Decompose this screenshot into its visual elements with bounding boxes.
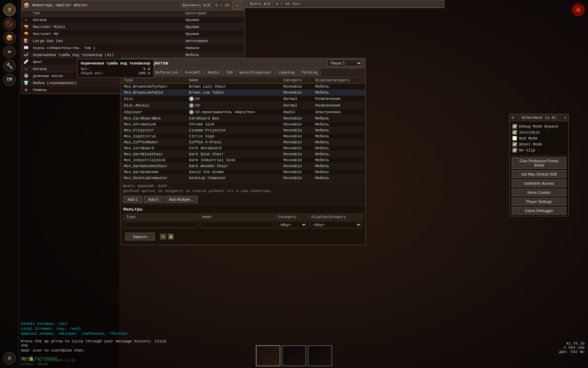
etherhack-settings-icon[interactable]: ⚙ [512,115,514,120]
etherhack-buttons: Give Profession Points (beta)Set Max Def… [510,156,568,216]
inventory-row[interactable]: ⛽ Large Gas Can Автосервис [21,38,245,45]
close-button[interactable]: Закрыть [125,233,155,240]
checkbox-no_clip[interactable]: No Clip [512,147,566,153]
filter-col-display: DisplayCategory [308,214,363,220]
etherhack-btn-game_debugger[interactable]: Game Debugger [512,207,566,214]
patch-line1: Patched by EtherHack (1.0) [21,359,76,362]
items-table-row[interactable]: Mov_CardboardBox Cardboard Box Moveable … [121,116,365,122]
col-type-header[interactable]: Type [121,77,186,84]
add1-btn[interactable]: Add 1 [123,196,142,203]
tooltip-weight-value: 5.0 [143,67,150,71]
filter-display-select[interactable]: <Any> [310,221,362,228]
inventory-row[interactable]: ⚔ Катана Оружие [21,16,245,23]
sidebar-icon-0[interactable]: 🗡 [3,4,16,16]
top-right-icon[interactable]: ⊕ [572,4,584,16]
items-table-row[interactable]: Mov_ChromeSink Chrome Sink Moveable Мебе… [121,122,365,128]
sidebar-icon-3[interactable]: ❤ [3,46,16,58]
items-table-row[interactable]: Mov_CoffeeMaker Coffee X-Press Moveable … [121,139,365,145]
tab-farming[interactable]: farming [298,69,321,76]
etherhack-header: ⚙ EtherHack (1.0) ✕ [510,114,568,121]
col-category-header[interactable]: Category [281,77,313,84]
chat-global-streams: Global Streams: /all [21,322,168,326]
items-table-row[interactable]: Mov_SignCitrus Citrus Sign Moveable Мебе… [121,134,365,139]
inventory-count: 0 / 20 [215,3,229,7]
items-table-row[interactable]: Mov_GardenGnome David the Gnome Moveable… [121,169,365,175]
bottom-tab-2[interactable] [282,345,306,366]
filters-table: Type Name Category DisplayCategory <Any> [123,213,363,229]
col-type[interactable]: Тип [31,11,183,16]
add-multiple-btn[interactable]: Add Multiple... [164,196,198,203]
inventory-row[interactable]: 🔫 Пистолет M9 Оружие [21,30,245,38]
etherhack-btn-get_admin[interactable]: GetAdmin Access [512,179,566,187]
items-table-row[interactable]: Mov_Projector Cinema Projector Moveable … [121,128,365,134]
tab-tad[interactable]: TAD [223,69,236,76]
items-table-row[interactable]: Disc CD Normal Развлечение [121,96,365,102]
checkbox-input-ghost_mode[interactable] [512,142,517,146]
bottom-tabs [256,345,332,366]
filter-name-input[interactable] [201,222,274,228]
col-display-header[interactable]: DisplayCategory [312,77,365,84]
checkbox-input-invisible[interactable] [512,130,517,135]
checkbox-ghost_mode[interactable]: Ghost Mode [512,141,566,147]
items-scroll[interactable]: Type Name Category DisplayCategory Mov_B… [121,77,365,182]
total-records: Всего записей: 2147 [123,184,363,188]
items-list-header: Список предметов Player 1 [121,58,365,68]
floor-inventory-panel: Взять всё 0 / 50 Пол [245,0,444,8]
tab-camping[interactable]: camping [275,69,298,76]
col-category[interactable]: Категория [183,11,245,16]
filter-type-input[interactable] [125,222,198,228]
filters-section: Фильтры Type Name Category DisplayCatego… [121,204,365,245]
items-table-row[interactable]: Disc_Retail CD Normal Развлечение [121,102,365,109]
inventory-row[interactable]: 🔫 Пистолет M1911 Оружие [21,23,245,30]
floor-count: 0 / 50 [276,2,290,6]
chat-hint1: Press the Up arrow to cycle through your… [21,339,168,348]
inventory-row[interactable]: 📖 Курсы собирательства. Том 1 Навыки [21,45,245,52]
checkbox-input-no_clip[interactable] [512,148,517,152]
items-table-row[interactable]: Mov_BrownLowTable Brown Low Table Moveab… [121,90,365,96]
col-name-header[interactable]: Name [186,77,281,84]
chat-area: Global Streams: /all Local Streams: /say… [21,322,168,361]
take-all-btn[interactable]: Взять всё [247,1,273,7]
items-table-row[interactable]: Mov_CorkBoard Cork Noteboard Moveable Ме… [121,145,365,151]
tab-fuelapi[interactable]: FuelAPI [182,69,204,76]
filter-category-select[interactable]: <Any> [276,221,307,228]
checkbox-invisible[interactable]: Invisible [512,129,566,135]
items-footer: Всего записей: 2147 Двойной щелчок на пр… [121,182,365,195]
etherhack-btn-player_settings[interactable]: Player Settings [512,198,566,205]
checkbox-debug_mode[interactable]: Debug Mode Bypass [512,123,566,129]
gear-icon[interactable]: ⚙ [160,234,166,239]
bottom-tab-1[interactable] [256,345,280,366]
sidebar-icon-5[interactable]: 🗺 [3,74,16,86]
etherhack-btn-give_profession[interactable]: Give Profession Points (beta) [512,157,566,169]
tab-radio[interactable]: Radio [204,69,222,76]
etherhack-btn-set_max_skill[interactable]: Set Max Default Skill [512,170,566,178]
sidebar-icon-6[interactable]: ⚙ [3,352,16,364]
filters-title: Фильтры [123,207,363,212]
sidebar-icon-2[interactable]: 📦 [3,32,16,44]
checkbox-input-debug_mode[interactable] [512,124,517,129]
checkbox-input-god_mode[interactable] [512,136,517,141]
lock-icon[interactable]: 🔒 [168,234,174,239]
floor-header: Взять всё 0 / 50 Пол [245,0,444,8]
items-table-row[interactable]: Mov_BrownComfyChair Brown Lazy Chair Mov… [121,84,365,90]
checkbox-god_mode[interactable]: God Mode [512,135,566,141]
checkbox-label-no_clip: No Clip [519,148,535,152]
items-table-row[interactable]: Mov_DarkBlueChair Dark Blue Chair Moveab… [121,151,365,157]
etherhack-close-btn[interactable]: ✕ [564,115,566,120]
items-table-row[interactable]: Mov_DesktopComputer Desktop Computer Mov… [121,175,365,181]
sidebar-icon-1[interactable]: 🚫 [3,18,16,30]
sidebar-icon-4[interactable]: 🔧 [3,60,16,72]
inventory-transfer-icon[interactable]: ↔ [232,1,243,9]
items-table-row[interactable]: CDplayer CD-проигрыватель «ВалуТех» Radi… [121,109,365,116]
etherhack-btn-items_creator[interactable]: Items Creator [512,189,566,196]
bottom-tab-3[interactable] [308,345,332,366]
tab-defecation[interactable]: Defecation [152,69,181,76]
add5-btn-show[interactable]: Add 5 [144,196,163,203]
player-select[interactable]: Player 1 [327,60,362,67]
drop-all-btn[interactable]: Выложить всё [180,2,212,8]
item-tooltip: Коричневая тумба под телевизор Вес: 5.0 … [77,59,154,78]
inventory-row[interactable]: 🛋 Коричневая тумба под телевизор (41) Ме… [21,52,245,59]
items-table-row[interactable]: Mov_IndustrialSink Dark Industrial Sink … [121,157,365,163]
items-table-row[interactable]: Mov_DarkWoodenChair Dark Wooden Chair Mo… [121,163,365,169]
tab-waterdispenser[interactable]: WaterDispenser [236,69,275,76]
